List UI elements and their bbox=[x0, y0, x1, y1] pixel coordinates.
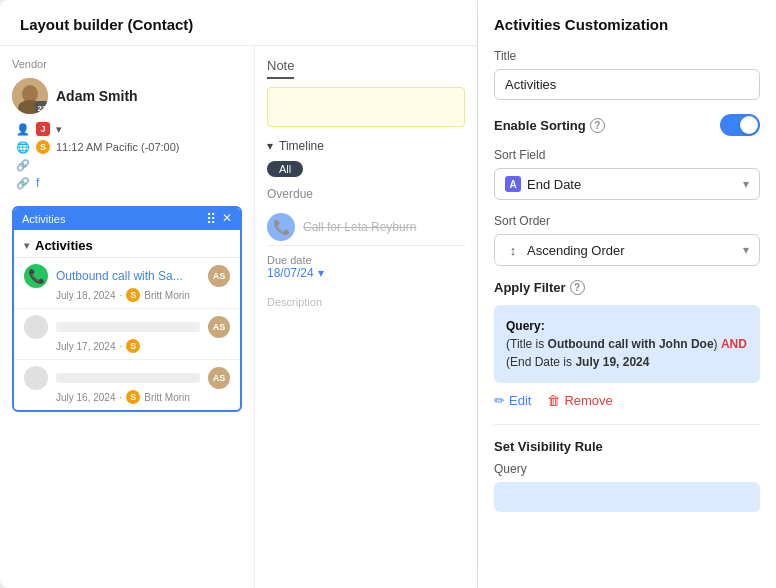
help-icon[interactable]: ? bbox=[590, 118, 605, 133]
query-sub-label: Query bbox=[494, 462, 760, 476]
collapse-icon[interactable]: ▾ bbox=[24, 240, 29, 251]
activity-meta: July 17, 2024 · S bbox=[24, 339, 230, 353]
activity-date: July 16, 2024 bbox=[56, 392, 116, 403]
sort-order-select[interactable]: ↕ Ascending Order ▾ bbox=[494, 234, 760, 266]
query-and: AND bbox=[721, 337, 747, 351]
assignee-badge-s: S bbox=[126, 390, 140, 404]
pencil-icon: ✏ bbox=[494, 393, 505, 408]
left-content: Vendor 22 Adam Smith 👤 J ▾ bbox=[0, 46, 477, 588]
sort-field-label: Sort Field bbox=[494, 148, 760, 162]
collapse-timeline-icon[interactable]: ▾ bbox=[267, 139, 273, 153]
query-box: Query: (Title is Outbound call with John… bbox=[494, 305, 760, 383]
vendor-label: Vendor bbox=[12, 58, 242, 70]
activity-meta: July 16, 2024 · S Britt Morin bbox=[24, 390, 230, 404]
right-panel: Activities Customization Title Enable So… bbox=[478, 0, 776, 588]
due-date-label: Due date bbox=[267, 254, 465, 266]
activity-date: July 18, 2024 bbox=[56, 290, 116, 301]
apply-filter-help-icon[interactable]: ? bbox=[570, 280, 585, 295]
meta-row-badge: 👤 J ▾ bbox=[16, 122, 242, 136]
action-row: ✏ Edit 🗑 Remove bbox=[494, 393, 760, 408]
meta-row-social: 🔗 f bbox=[16, 176, 242, 190]
sort-order-chevron: ▾ bbox=[743, 243, 749, 257]
delete-widget-icon[interactable]: ✕ bbox=[222, 211, 232, 227]
query-text-before: (Title is bbox=[506, 337, 548, 351]
layout-title: Layout builder (Contact) bbox=[20, 16, 193, 33]
meta-row-time: 🌐 S 11:12 AM Pacific (-07:00) bbox=[16, 140, 242, 154]
activity-date: July 17, 2024 bbox=[56, 341, 116, 352]
facebook-icon: f bbox=[36, 176, 39, 190]
description-placeholder[interactable]: Description bbox=[267, 296, 465, 308]
timeline-all-btn[interactable]: All bbox=[267, 161, 303, 177]
apply-filter-row: Apply Filter ? bbox=[494, 280, 760, 295]
call-phone-icon: 📞 bbox=[267, 213, 295, 241]
due-date-chevron: ▾ bbox=[318, 266, 324, 280]
query-bold1: Outbound call with John Doe bbox=[548, 337, 714, 351]
panel-title: Activities Customization bbox=[494, 16, 760, 33]
enable-sorting-row: Enable Sorting ? bbox=[494, 114, 760, 136]
title-input[interactable] bbox=[494, 69, 760, 100]
call-title: Call for Leta Reyburn bbox=[303, 220, 416, 234]
title-field-label: Title bbox=[494, 49, 760, 63]
query-label: Query: bbox=[506, 319, 545, 333]
toggle-knob bbox=[740, 116, 758, 134]
activities-widget: Activities ⠿ ✕ ▾ Activities 📞 Outbound c… bbox=[12, 206, 242, 412]
due-date-section: Due date 18/07/24 ▾ bbox=[267, 245, 465, 288]
widget-title: Activities bbox=[35, 238, 93, 253]
activity-icon-gray bbox=[24, 315, 48, 339]
enable-sorting-toggle[interactable] bbox=[720, 114, 760, 136]
note-header: Note bbox=[267, 58, 294, 79]
meta-row-link: 🔗 bbox=[16, 158, 242, 172]
activity-item: AS July 16, 2024 · S Britt Morin bbox=[14, 360, 240, 410]
contact-area: Vendor 22 Adam Smith 👤 J ▾ bbox=[0, 46, 255, 588]
query-bold2: July 19, 2024 bbox=[575, 355, 649, 369]
apply-filter-label: Apply Filter bbox=[494, 280, 566, 295]
globe-icon: 🌐 bbox=[16, 140, 30, 154]
remove-button[interactable]: 🗑 Remove bbox=[547, 393, 612, 408]
activity-item: AS July 17, 2024 · S bbox=[14, 309, 240, 360]
move-icon[interactable]: ⠿ bbox=[206, 211, 216, 227]
sort-order-icon: ↕ bbox=[505, 242, 521, 258]
contact-meta: 👤 J ▾ 🌐 S 11:12 AM Pacific (-07:00) 🔗 🔗 … bbox=[12, 122, 242, 190]
note-input[interactable] bbox=[267, 87, 465, 127]
activity-assignee: Britt Morin bbox=[144, 290, 190, 301]
badge-s: S bbox=[36, 140, 50, 154]
activity-row: AS bbox=[24, 366, 230, 390]
left-panel: Layout builder (Contact) Vendor 22 Adam … bbox=[0, 0, 478, 588]
assignee-badge-s: S bbox=[126, 288, 140, 302]
activity-title-placeholder bbox=[56, 373, 200, 383]
avatar: 22 bbox=[12, 78, 48, 114]
activity-meta: July 18, 2024 · S Britt Morin bbox=[24, 288, 230, 302]
chain-icon: 🔗 bbox=[16, 176, 30, 190]
due-date-value[interactable]: 18/07/24 ▾ bbox=[267, 266, 465, 280]
sort-order-label: Sort Order bbox=[494, 214, 760, 228]
call-item: 📞 Call for Leta Reyburn bbox=[267, 209, 465, 245]
timeline-header: ▾ Timeline bbox=[267, 139, 465, 153]
enable-sorting-label: Enable Sorting ? bbox=[494, 118, 605, 133]
link-icon: 🔗 bbox=[16, 158, 30, 172]
badge-j: J bbox=[36, 122, 50, 136]
assignee-badge-s: S bbox=[126, 339, 140, 353]
sort-field-select-left: A End Date bbox=[505, 176, 581, 192]
activity-avatar-3: AS bbox=[208, 367, 230, 389]
activity-item: 📞 Outbound call with Sa... AS July 18, 2… bbox=[14, 258, 240, 309]
sort-field-icon: A bbox=[505, 176, 521, 192]
overdue-label: Overdue bbox=[267, 187, 465, 201]
query-close-paren: ) bbox=[714, 337, 718, 351]
widget-header: ▾ Activities bbox=[14, 232, 240, 258]
activity-row: AS bbox=[24, 315, 230, 339]
visibility-section: Set Visibility Rule Query bbox=[494, 424, 760, 512]
activity-avatar: AS bbox=[208, 265, 230, 287]
sort-field-chevron: ▾ bbox=[743, 177, 749, 191]
sort-order-select-left: ↕ Ascending Order bbox=[505, 242, 625, 258]
activity-assignee: Britt Morin bbox=[144, 392, 190, 403]
activity-title[interactable]: Outbound call with Sa... bbox=[56, 269, 200, 283]
activity-avatar: AS bbox=[208, 316, 230, 338]
edit-button[interactable]: ✏ Edit bbox=[494, 393, 531, 408]
phone-green-icon: 📞 bbox=[24, 264, 48, 288]
meta-chevron: ▾ bbox=[56, 123, 62, 136]
sort-field-select[interactable]: A End Date ▾ bbox=[494, 168, 760, 200]
trash-icon: 🗑 bbox=[547, 393, 560, 408]
sort-field-value: End Date bbox=[527, 177, 581, 192]
widget-tab[interactable]: Activities bbox=[22, 213, 65, 225]
note-area: Note ▾ Timeline All Overdue 📞 Call for L… bbox=[255, 46, 477, 588]
